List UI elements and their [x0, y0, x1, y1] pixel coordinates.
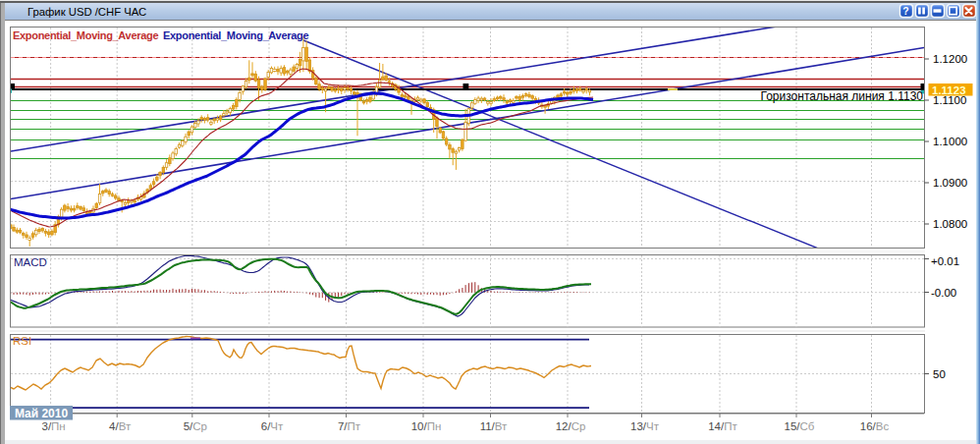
svg-text:1.1123: 1.1123	[932, 84, 966, 96]
svg-text:-0.00: -0.00	[931, 287, 956, 299]
svg-text:15/Сб: 15/Сб	[785, 420, 815, 432]
svg-text:MACD: MACD	[14, 256, 47, 268]
svg-text:+0.01: +0.01	[931, 255, 959, 267]
svg-text:13/Чт: 13/Чт	[630, 420, 660, 432]
svg-text:10/Пн: 10/Пн	[411, 420, 442, 432]
svg-text:1.0900: 1.0900	[933, 177, 967, 189]
svg-text:6/Чт: 6/Чт	[261, 420, 284, 432]
svg-text:Exponential_Moving_Average: Exponential_Moving_Average	[163, 29, 308, 41]
svg-text:3/Пн: 3/Пн	[41, 420, 65, 432]
svg-text:12/Ср: 12/Ср	[556, 420, 586, 432]
svg-text:Май 2010: Май 2010	[15, 407, 69, 420]
svg-text:Горизонтальная линия 1.1130: Горизонтальная линия 1.1130	[760, 89, 923, 103]
svg-text:1.1200: 1.1200	[933, 53, 967, 65]
svg-text:4/Вт: 4/Вт	[109, 420, 132, 432]
svg-text:5/Ср: 5/Ср	[184, 420, 207, 432]
svg-text:RSI: RSI	[13, 335, 31, 347]
svg-text:7/Пт: 7/Пт	[338, 420, 361, 432]
svg-text:1.0800: 1.0800	[933, 218, 967, 230]
svg-text:16/Вс: 16/Вс	[860, 420, 890, 432]
svg-text:14/Пт: 14/Пт	[708, 420, 737, 432]
svg-text:1.1100: 1.1100	[933, 94, 966, 106]
svg-text:11/Вт: 11/Вт	[480, 420, 508, 432]
svg-text:50: 50	[933, 368, 946, 380]
svg-text:?: ?	[902, 5, 908, 17]
svg-text:1.1000: 1.1000	[933, 136, 967, 147]
svg-text:График USD /CHF ЧАС: График USD /CHF ЧАС	[27, 6, 146, 18]
svg-text:Exponential_Moving_Average: Exponential_Moving_Average	[13, 29, 158, 41]
